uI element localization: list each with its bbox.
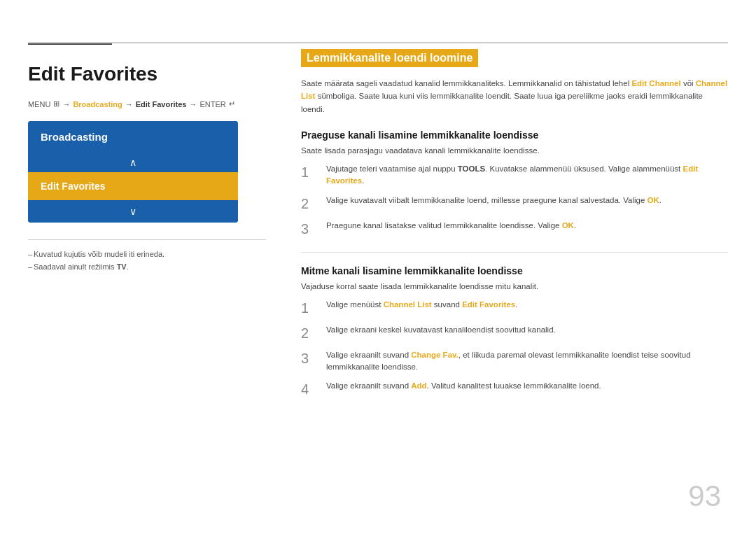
step-2-2: 2 Valige ekraani keskel kuvatavast kanal… [301, 324, 728, 342]
note-item-1: Kuvatud kujutis võib mudeli iti erineda. [28, 250, 266, 258]
step-text-1-3: Praegune kanal lisatakse valitud lemmikk… [326, 220, 728, 232]
broadcasting-link: Broadcasting [73, 100, 122, 108]
menu-label: MENU [28, 100, 50, 108]
notes-section: Kuvatud kujutis võib mudeli iti erineda.… [28, 239, 266, 271]
add-bold: Add [411, 381, 426, 390]
left-panel: Edit Favorites MENU ⊞ → Broadcasting → E… [28, 49, 266, 275]
section2-intro: Vajaduse korral saate lisada lemmikkanal… [301, 282, 728, 290]
page-number: 93 [688, 479, 721, 513]
section2-steps: 1 Valige menüüst Channel List suvand Edi… [301, 299, 728, 399]
arrow-3: → [189, 100, 197, 108]
step-2-4: 4 Valige ekraanilt suvand Add. Valitud k… [301, 380, 728, 398]
ok-bold-2: OK [562, 221, 574, 230]
down-arrow-button[interactable]: ∨ [28, 200, 238, 223]
step-number-1-2: 2 [301, 195, 321, 213]
change-fav-bold: Change Fav. [411, 351, 458, 359]
note-text-1: Kuvatud kujutis võib mudeli iti erineda. [34, 250, 164, 258]
edit-fav-bold-2: Edit Favorites [462, 300, 515, 309]
section1-intro: Saate lisada parasjagu vaadatava kanali … [301, 146, 728, 155]
broadcasting-widget: Broadcasting ∧ Edit Favorites ∨ [28, 121, 238, 223]
arrow-1: → [62, 100, 70, 108]
up-arrow-icon: ∧ [130, 157, 136, 168]
step-1-2: 2 Valige kuvatavalt viibalt lemmikkanali… [301, 195, 728, 213]
step-text-1-1: Vajutage teleri vaatamise ajal nuppu TOO… [326, 163, 728, 188]
intro-paragraph: Saate määrata sageli vaadatud kanalid le… [301, 77, 728, 115]
step-text-2-1: Valige menüüst Channel List suvand Edit … [326, 299, 728, 311]
edit-fav-bold-1: Edit Favorites [326, 164, 698, 185]
section-title-text: Lemmikkanalite loendi loomine [307, 52, 472, 64]
channel-list-bold: Channel List [384, 300, 432, 309]
tools-bold: TOOLS [458, 164, 485, 173]
menu-path: MENU ⊞ → Broadcasting → Edit Favorites →… [28, 99, 266, 108]
step-text-2-2: Valige ekraani keskel kuvatavast kanalil… [326, 324, 728, 336]
section1-heading: Praeguse kanali lisamine lemmikkanalite … [301, 129, 728, 141]
menu-icon: ⊞ [53, 99, 59, 108]
step-number-2-2: 2 [301, 324, 321, 342]
step-text-2-3: Valige ekraanilt suvand Change Fav., et … [326, 349, 728, 374]
arrow-2: → [125, 100, 133, 108]
note-item-2: Saadaval ainult režiimis TV. [28, 262, 266, 271]
step-number-1-3: 3 [301, 220, 321, 238]
broadcasting-header: Broadcasting [28, 121, 238, 153]
divider [301, 252, 728, 253]
step-number-1-1: 1 [301, 163, 321, 181]
ok-bold-1: OK [648, 196, 659, 204]
broadcasting-header-label: Broadcasting [41, 131, 108, 143]
step-number-2-1: 1 [301, 299, 321, 317]
section1-steps: 1 Vajutage teleri vaatamise ajal nuppu T… [301, 163, 728, 238]
enter-icon: ↵ [229, 99, 235, 108]
up-arrow-button[interactable]: ∧ [28, 153, 238, 172]
section2-heading: Mitme kanali lisamine lemmikkanalite loe… [301, 265, 728, 276]
page-title: Edit Favorites [28, 63, 266, 85]
down-arrow-icon: ∨ [130, 206, 136, 217]
step-number-2-4: 4 [301, 380, 321, 398]
enter-label: ENTER [200, 100, 225, 108]
edit-favorites-link: Edit Favorites [136, 100, 187, 108]
right-panel: Lemmikkanalite loendi loomine Saate määr… [301, 49, 728, 412]
step-1-1: 1 Vajutage teleri vaatamise ajal nuppu T… [301, 163, 728, 188]
edit-favorites-label: Edit Favorites [41, 181, 106, 192]
edit-favorites-item[interactable]: Edit Favorites [28, 172, 238, 200]
step-text-2-4: Valige ekraanilt suvand Add. Valitud kan… [326, 380, 728, 392]
step-number-2-3: 3 [301, 349, 321, 367]
step-2-1: 1 Valige menüüst Channel List suvand Edi… [301, 299, 728, 317]
top-border [28, 42, 728, 43]
step-2-3: 3 Valige ekraanilt suvand Change Fav., e… [301, 349, 728, 374]
edit-channel-link: Edit Channel [631, 79, 680, 87]
section-title-highlight: Lemmikkanalite loendi loomine [301, 49, 478, 67]
note-text-2: Saadaval ainult režiimis TV. [34, 262, 129, 271]
step-1-3: 3 Praegune kanal lisatakse valitud lemmi… [301, 220, 728, 238]
step-text-1-2: Valige kuvatavalt viibalt lemmikkanalite… [326, 195, 728, 206]
tv-bold: TV [117, 262, 127, 271]
